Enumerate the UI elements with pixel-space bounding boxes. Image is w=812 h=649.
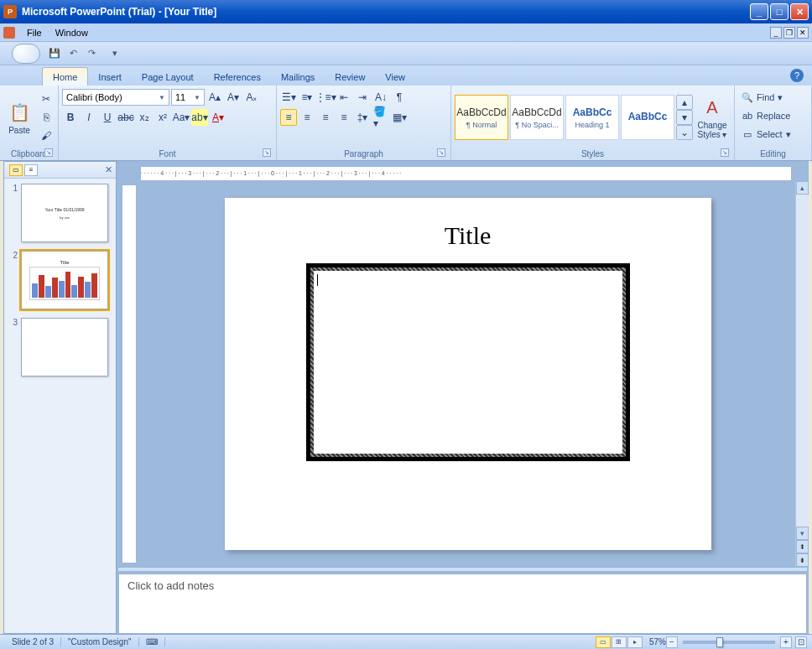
close-button[interactable]: ✕ xyxy=(790,3,809,20)
tab-references[interactable]: References xyxy=(204,68,271,86)
thumbnail-1[interactable]: 1 Your Title 01/01/1999 by xxx xyxy=(8,184,112,242)
maximize-button[interactable]: □ xyxy=(770,3,789,20)
superscript-button[interactable]: x² xyxy=(154,109,171,126)
notes-splitter[interactable] xyxy=(118,567,807,572)
thumbnail-2[interactable]: 2 Title xyxy=(8,251,112,309)
align-left-button[interactable]: ≡ xyxy=(280,109,297,126)
style-more[interactable]: AaBbCc xyxy=(621,95,674,140)
font-color-button[interactable]: A▾ xyxy=(210,109,226,126)
styles-expand[interactable]: ⌄ xyxy=(676,125,693,140)
menu-window[interactable]: Window xyxy=(49,26,95,39)
format-painter-button[interactable]: 🖌 xyxy=(38,127,55,144)
italic-button[interactable]: I xyxy=(81,109,97,126)
line-spacing-button[interactable]: ‡▾ xyxy=(354,109,371,126)
zoom-level[interactable]: 57% xyxy=(649,637,666,646)
multilevel-list-button[interactable]: ⋮≡▾ xyxy=(317,89,334,106)
clipboard-launcher[interactable]: ↘ xyxy=(44,148,53,157)
align-center-button[interactable]: ≡ xyxy=(299,109,315,126)
zoom-slider-thumb[interactable] xyxy=(716,637,723,647)
tab-home[interactable]: Home xyxy=(42,67,88,86)
align-right-button[interactable]: ≡ xyxy=(317,109,334,126)
style-normal[interactable]: AaBbCcDd¶ Normal xyxy=(455,95,508,140)
styles-gallery[interactable]: AaBbCcDd¶ Normal AaBbCcDd¶ No Spaci... A… xyxy=(455,94,693,141)
thumbnail-3[interactable]: 3 xyxy=(8,318,112,376)
tab-view[interactable]: View xyxy=(375,68,415,86)
strikethrough-button[interactable]: abc xyxy=(117,109,134,126)
paragraph-launcher[interactable]: ↘ xyxy=(437,148,445,157)
thumbnails-list[interactable]: 1 Your Title 01/01/1999 by xxx 2 Title xyxy=(4,179,116,633)
normal-view-button[interactable]: ▭ xyxy=(596,636,611,648)
tab-page-layout[interactable]: Page Layout xyxy=(132,68,204,86)
slides-tab[interactable]: ▭ xyxy=(9,164,23,176)
horizontal-ruler[interactable]: · · · · · · 4 · · · | · · · 3 · · · | · … xyxy=(140,166,792,181)
style-heading-1[interactable]: AaBbCcHeading 1 xyxy=(565,95,619,140)
mdi-restore-button[interactable]: ❐ xyxy=(783,27,795,39)
font-size-combo[interactable]: 11▼ xyxy=(171,89,205,106)
highlight-button[interactable]: ab▾ xyxy=(191,109,208,126)
underline-button[interactable]: U xyxy=(99,109,116,126)
notes-pane[interactable]: Click to add notes xyxy=(118,574,807,634)
styles-scroll-down[interactable]: ▾ xyxy=(676,110,693,125)
minimize-button[interactable]: _ xyxy=(750,3,768,20)
tab-review[interactable]: Review xyxy=(325,68,375,86)
shrink-font-button[interactable]: A▾ xyxy=(225,89,242,106)
content-placeholder[interactable] xyxy=(306,263,630,461)
slide-counter[interactable]: Slide 2 of 3 xyxy=(5,637,61,646)
scroll-down-button[interactable]: ▾ xyxy=(796,527,809,540)
save-button[interactable]: 💾 xyxy=(46,45,63,62)
shading-button[interactable]: 🪣▾ xyxy=(372,109,389,126)
mdi-minimize-button[interactable]: _ xyxy=(770,27,782,39)
tab-insert[interactable]: Insert xyxy=(88,68,132,86)
zoom-slider[interactable] xyxy=(683,641,775,644)
thumbnails-close[interactable]: ✕ xyxy=(105,164,112,175)
slideshow-view-button[interactable]: ▸ xyxy=(627,636,643,648)
grow-font-button[interactable]: A▴ xyxy=(206,89,223,106)
find-button[interactable]: 🔍Find ▾ xyxy=(738,89,808,106)
vertical-scrollbar[interactable]: ▴ ▾ ⇞ ⇟ xyxy=(795,181,809,567)
scroll-up-button[interactable]: ▴ xyxy=(796,181,809,195)
style-no-spacing[interactable]: AaBbCcDd¶ No Spaci... xyxy=(510,95,564,140)
justify-button[interactable]: ≡ xyxy=(336,109,352,126)
menu-file[interactable]: File xyxy=(20,26,49,39)
copy-button[interactable]: ⎘ xyxy=(38,109,55,126)
mdi-close-button[interactable]: ✕ xyxy=(797,27,809,39)
language-indicator[interactable]: ⌨ xyxy=(139,637,165,646)
office-button[interactable] xyxy=(12,44,40,64)
undo-button[interactable]: ↶ xyxy=(65,45,81,62)
sorter-view-button[interactable]: ⊞ xyxy=(612,636,627,648)
increase-indent-button[interactable]: ⇥ xyxy=(354,89,371,106)
outline-tab[interactable]: ≡ xyxy=(24,164,38,176)
decrease-indent-button[interactable]: ⇤ xyxy=(336,89,352,106)
bold-button[interactable]: B xyxy=(62,109,79,126)
redo-button[interactable]: ↷ xyxy=(83,45,100,62)
show-marks-button[interactable]: ¶ xyxy=(391,89,408,106)
zoom-in-button[interactable]: + xyxy=(780,636,792,648)
select-button[interactable]: ▭Select ▾ xyxy=(738,126,808,143)
slide-title[interactable]: Title xyxy=(445,221,492,250)
change-case-button[interactable]: Aa▾ xyxy=(173,109,190,126)
paste-button[interactable]: 📋 Paste xyxy=(3,89,35,146)
sort-button[interactable]: A↓ xyxy=(372,89,389,106)
zoom-out-button[interactable]: − xyxy=(666,636,678,648)
replace-button[interactable]: abReplace xyxy=(738,107,808,124)
font-family-combo[interactable]: Calibri (Body)▼ xyxy=(62,89,169,106)
bullets-button[interactable]: ☰▾ xyxy=(280,89,297,106)
fit-to-window-button[interactable]: ⊡ xyxy=(795,636,807,648)
change-styles-button[interactable]: A Change Styles ▾ xyxy=(695,89,729,146)
slide-canvas-area[interactable]: Title www.java2s.com xyxy=(140,181,795,567)
styles-launcher[interactable]: ↘ xyxy=(721,148,729,157)
borders-button[interactable]: ▦▾ xyxy=(391,109,408,126)
help-button[interactable]: ? xyxy=(790,69,804,82)
tab-mailings[interactable]: Mailings xyxy=(271,68,325,86)
cut-button[interactable]: ✂ xyxy=(38,91,55,107)
clear-formatting-button[interactable]: Aₓ xyxy=(243,89,260,106)
design-name[interactable]: "Custom Design" xyxy=(61,637,138,646)
prev-slide-button[interactable]: ⇞ xyxy=(796,540,809,553)
next-slide-button[interactable]: ⇟ xyxy=(796,553,809,567)
subscript-button[interactable]: x₂ xyxy=(136,109,153,126)
vertical-ruler[interactable] xyxy=(122,184,137,563)
qat-customize-button[interactable]: ▾ xyxy=(107,45,123,62)
numbering-button[interactable]: ≡▾ xyxy=(299,89,315,106)
font-launcher[interactable]: ↘ xyxy=(263,148,271,157)
styles-scroll-up[interactable]: ▴ xyxy=(676,95,693,110)
